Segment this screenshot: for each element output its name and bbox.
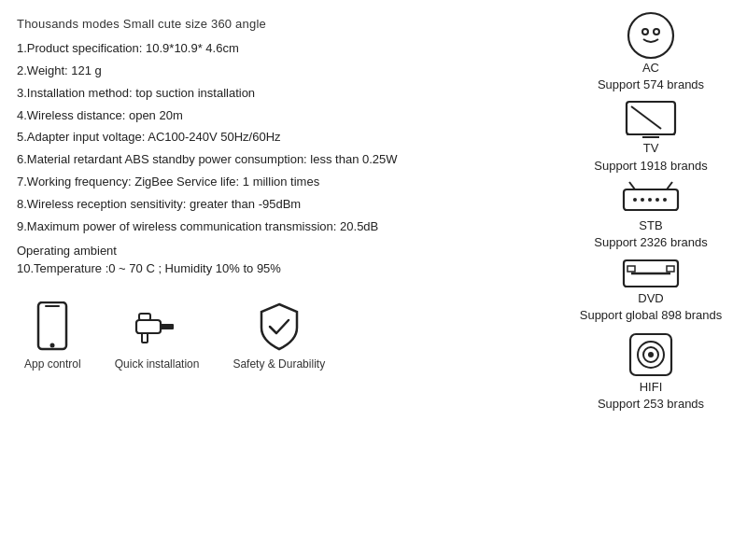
spec-6: 6.Material retardant ABS standby power c… bbox=[17, 151, 543, 169]
safety-item: Safety & Durability bbox=[233, 301, 325, 371]
svg-point-19 bbox=[648, 198, 652, 202]
spec-list: 1.Product specification: 10.9*10.9* 4.6c… bbox=[17, 40, 543, 236]
svg-rect-25 bbox=[667, 266, 674, 272]
ac-icon bbox=[627, 11, 675, 60]
svg-rect-3 bbox=[136, 320, 161, 333]
dvd-icon bbox=[622, 257, 680, 290]
safety-icon bbox=[256, 301, 303, 352]
svg-rect-0 bbox=[38, 302, 66, 349]
app-control-icon bbox=[32, 301, 73, 352]
tv-brand-item: TV Support 1918 brands bbox=[568, 99, 734, 174]
dvd-brand-item: DVD Support global 898 brands bbox=[568, 257, 734, 324]
spec-8: 8.Wireless reception sensitivity: greate… bbox=[17, 196, 543, 214]
svg-point-29 bbox=[648, 352, 654, 357]
svg-point-21 bbox=[663, 198, 667, 202]
stb-icon bbox=[622, 180, 680, 217]
spec-1: 1.Product specification: 10.9*10.9* 4.6c… bbox=[17, 40, 543, 58]
hifi-brand-item: HIFI Support 253 brands bbox=[568, 330, 734, 413]
quick-install-icon bbox=[132, 301, 183, 352]
hifi-icon bbox=[627, 330, 675, 379]
spec-10: 10.Temperature :0 ~ 70 C ; Humidity 10% … bbox=[17, 261, 543, 275]
dvd-label: DVD Support global 898 brands bbox=[580, 290, 723, 324]
stb-brand-item: STB Support 2326 brands bbox=[568, 180, 734, 251]
quick-install-label: Quick installation bbox=[115, 357, 200, 371]
spec-4: 4.Wireless distance: open 20m bbox=[17, 107, 543, 125]
quick-install-item: Quick installation bbox=[115, 301, 200, 371]
ac-label: AC Support 574 brands bbox=[598, 60, 704, 93]
bottom-icons-row: App control Quick installation bbox=[17, 301, 543, 371]
tv-label: TV Support 1918 brands bbox=[594, 140, 707, 174]
spec-2: 2.Weight: 121 g bbox=[17, 63, 543, 80]
right-brands-column: AC Support 574 brands TV Support 1918 br… bbox=[560, 0, 747, 560]
svg-point-18 bbox=[641, 198, 644, 202]
svg-point-20 bbox=[655, 198, 659, 202]
spec-5: 5.Adapter input voltage: AC100-240V 50Hz… bbox=[17, 129, 543, 147]
svg-line-13 bbox=[631, 106, 661, 129]
svg-rect-5 bbox=[142, 333, 148, 343]
svg-point-9 bbox=[654, 29, 659, 35]
svg-point-8 bbox=[642, 29, 648, 35]
app-control-item: App control bbox=[24, 301, 81, 371]
stb-label: STB Support 2326 brands bbox=[594, 217, 707, 251]
hifi-label: HIFI Support 253 brands bbox=[598, 379, 704, 413]
spec-9: 9.Maximum power of wireless communicatio… bbox=[17, 218, 543, 236]
app-control-label: App control bbox=[24, 357, 81, 371]
svg-rect-4 bbox=[161, 324, 174, 329]
tv-icon bbox=[624, 99, 678, 140]
operating-label: Operating ambient bbox=[17, 244, 543, 258]
svg-rect-1 bbox=[45, 305, 60, 307]
tagline: Thousands modes Small cute size 360 angl… bbox=[17, 17, 543, 31]
svg-point-2 bbox=[50, 343, 55, 347]
svg-line-16 bbox=[667, 182, 672, 189]
spec-3: 3.Installation method: top suction insta… bbox=[17, 85, 543, 103]
svg-rect-10 bbox=[627, 102, 675, 134]
spec-7: 7.Working frequency: ZigBee Service life… bbox=[17, 174, 543, 191]
svg-point-7 bbox=[628, 13, 673, 58]
svg-rect-24 bbox=[627, 266, 635, 272]
svg-point-17 bbox=[633, 198, 637, 202]
svg-line-15 bbox=[629, 182, 635, 189]
ac-brand-item: AC Support 574 brands bbox=[568, 11, 734, 93]
safety-label: Safety & Durability bbox=[233, 357, 325, 371]
